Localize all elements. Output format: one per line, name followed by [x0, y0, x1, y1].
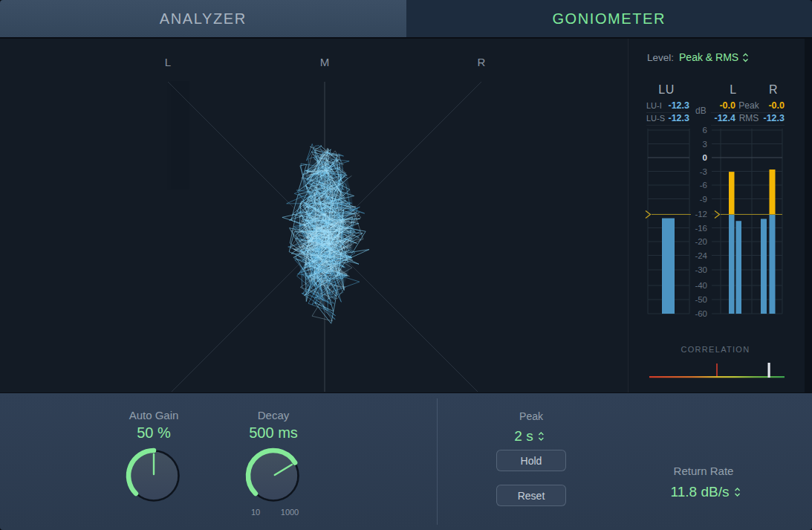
svg-text:-20: -20	[695, 237, 707, 246]
svg-text:-40: -40	[695, 281, 707, 290]
svg-text:0: 0	[703, 153, 707, 162]
peak-readout-row: -0.0 Peak -0.0	[711, 100, 785, 111]
decay-label: Decay	[258, 409, 290, 421]
goniometer-trace	[282, 144, 369, 324]
stepper-icon	[733, 487, 741, 497]
stepper-icon	[538, 431, 545, 442]
l-header: L	[730, 83, 736, 97]
peak-time-dropdown[interactable]: 2 s	[514, 428, 545, 445]
auto-gain-value[interactable]: 50 %	[137, 424, 171, 442]
svg-text:-16: -16	[695, 224, 707, 233]
lu-s-value: -12.3	[669, 113, 690, 123]
row-separator	[646, 112, 689, 113]
level-mode-value: Peak & RMS	[679, 51, 738, 63]
control-bar-divider	[437, 398, 438, 525]
svg-text:-9: -9	[700, 195, 707, 204]
correlation-indicator	[768, 363, 770, 378]
correlation-meter	[649, 363, 785, 378]
lu-short-row: LU-S -12.3	[646, 113, 689, 123]
hold-button[interactable]: Hold	[496, 450, 566, 471]
lu-integrated-row: LU-I -12.3	[646, 100, 689, 111]
level-meter-graphics: 630-3-6-9-12-16-20-24-30-40-50-60	[646, 126, 782, 318]
level-mode-row: Level: Peak & RMS	[647, 51, 749, 63]
rms-readout-row: -12.4 RMS -12.3	[711, 113, 785, 123]
gonio-left-label: L	[165, 56, 171, 68]
multimeter-plugin-window: ANALYZER GONIOMETER	[0, 0, 812, 530]
rms-right-value: -12.3	[762, 113, 785, 123]
graphics-layer: 630-3-6-9-12-16-20-24-30-40-50-60	[0, 0, 812, 530]
peak-time-value: 2 s	[514, 428, 533, 445]
rms-left-value: -12.4	[711, 113, 735, 123]
lu-s-label: LU-S	[646, 114, 665, 123]
reset-button[interactable]: Reset	[496, 485, 566, 506]
auto-gain-knob[interactable]	[129, 450, 178, 501]
level-label: Level:	[647, 52, 674, 63]
svg-text:-24: -24	[695, 251, 707, 260]
svg-text:-60: -60	[695, 309, 707, 318]
r-header: R	[769, 83, 778, 97]
svg-text:3: 3	[703, 140, 707, 149]
svg-text:-50: -50	[695, 295, 707, 304]
peak-hold-label: Peak	[519, 410, 543, 422]
correlation-label: CORRELATION	[681, 345, 750, 354]
row-separator	[646, 125, 689, 126]
auto-gain-label: Auto Gain	[129, 409, 179, 421]
stepper-icon	[742, 53, 749, 62]
return-rate-value: 11.8 dB/s	[671, 484, 730, 500]
svg-text:-3: -3	[700, 167, 707, 176]
level-mode-dropdown[interactable]: Peak & RMS	[679, 51, 749, 63]
return-rate-label: Return Rate	[674, 465, 734, 477]
peak-label: Peak	[735, 100, 762, 111]
lu-header: LU	[658, 83, 674, 97]
row-separator	[711, 112, 785, 113]
decay-value[interactable]: 500 ms	[249, 424, 298, 442]
peak-right-value: -0.0	[762, 100, 785, 111]
lu-i-label: LU-I	[646, 101, 662, 110]
svg-text:-30: -30	[695, 265, 707, 274]
peak-left-value: -0.0	[711, 100, 735, 111]
rms-label: RMS	[735, 113, 762, 123]
db-unit-label: dB	[695, 106, 707, 116]
svg-text:6: 6	[703, 126, 707, 135]
decay-knob[interactable]	[248, 450, 299, 501]
decay-max-label: 1000	[281, 508, 299, 517]
svg-text:-12: -12	[695, 210, 707, 219]
svg-text:-6: -6	[700, 181, 707, 190]
gonio-right-label: R	[478, 56, 486, 68]
return-rate-dropdown[interactable]: 11.8 dB/s	[671, 484, 741, 500]
gonio-mid-label: M	[320, 56, 330, 68]
lu-i-value: -12.3	[669, 100, 690, 111]
row-separator	[711, 125, 785, 126]
decay-min-label: 10	[251, 508, 260, 517]
